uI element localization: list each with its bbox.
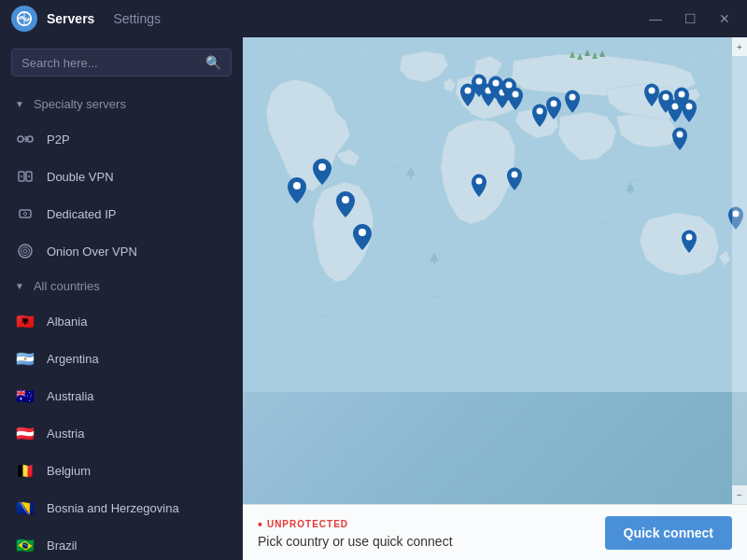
svg-point-40 [570, 94, 576, 101]
search-input[interactable] [21, 56, 205, 70]
p2p-label: P2P [47, 133, 228, 147]
svg-rect-52 [410, 175, 412, 178]
svg-point-37 [513, 91, 519, 98]
australia-label: Australia [47, 389, 228, 403]
search-box[interactable]: 🔍 [11, 49, 232, 77]
title-bar: Servers Settings — ☐ ✕ [0, 0, 747, 37]
scroll-down-button[interactable]: − [732, 485, 747, 504]
argentina-flag: 🇦🇷 [15, 348, 35, 369]
sidebar-item-bosnia[interactable]: 🇧🇦 Bosnia and Herzegovina [0, 489, 243, 526]
all-countries-header[interactable]: ▼ All countries [0, 270, 243, 302]
svg-point-26 [718, 53, 721, 56]
title-bar-nav: Servers Settings [47, 11, 643, 26]
svg-point-46 [677, 132, 684, 138]
dedicated-ip-icon [15, 203, 35, 224]
main-content: 🔍 ▼ Specialty servers P2P [0, 37, 747, 560]
app-window: Servers Settings — ☐ ✕ 🔍 ▼ Specialty ser… [0, 0, 747, 560]
svg-point-31 [465, 88, 472, 94]
sidebar-item-belgium[interactable]: 🇧🇪 Belgium [0, 452, 243, 489]
sidebar-item-p2p[interactable]: P2P [0, 120, 243, 158]
sidebar-item-brazil[interactable]: 🇧🇷 Brazil [0, 526, 243, 560]
albania-label: Albania [47, 315, 228, 329]
albania-flag: 🇦🇱 [15, 311, 35, 331]
belgium-label: Belgium [47, 464, 228, 478]
svg-point-41 [649, 88, 655, 94]
chevron-down-icon: ▼ [15, 99, 24, 109]
svg-point-15 [335, 60, 338, 63]
svg-point-38 [537, 108, 543, 115]
svg-point-49 [512, 172, 518, 178]
svg-point-45 [686, 104, 693, 110]
svg-point-24 [653, 52, 655, 55]
svg-point-11 [23, 249, 27, 253]
p2p-icon [15, 129, 35, 149]
svg-rect-54 [629, 191, 631, 194]
specialty-servers-label: Specialty servers [34, 97, 126, 111]
svg-point-25 [690, 58, 693, 61]
svg-point-10 [21, 247, 30, 256]
connection-status: UNPROTECTED Pick country or use quick co… [258, 517, 605, 549]
scroll-up-button[interactable]: + [732, 37, 747, 56]
bosnia-flag: 🇧🇦 [15, 497, 35, 518]
svg-point-44 [679, 91, 685, 98]
svg-point-14 [298, 50, 301, 53]
window-controls: — ☐ ✕ [643, 9, 736, 28]
status-bar: UNPROTECTED Pick country or use quick co… [243, 504, 747, 560]
svg-point-3 [18, 136, 23, 142]
sidebar-item-albania[interactable]: 🇦🇱 Albania [0, 302, 243, 340]
map-area: UNPROTECTED Pick country or use quick co… [243, 37, 747, 560]
svg-point-34 [493, 80, 500, 87]
world-map-svg [243, 37, 747, 392]
nav-servers[interactable]: Servers [47, 11, 94, 26]
svg-point-30 [359, 229, 366, 236]
argentina-label: Argentina [47, 352, 228, 366]
sidebar-item-argentina[interactable]: 🇦🇷 Argentina [0, 340, 243, 377]
svg-point-22 [578, 50, 581, 53]
sidebar-item-australia[interactable]: 🇦🇺 Australia [0, 377, 243, 414]
svg-point-42 [663, 94, 669, 101]
nav-settings[interactable]: Settings [113, 11, 161, 26]
sidebar-item-austria[interactable]: 🇦🇹 Austria [0, 414, 243, 452]
brazil-flag: 🇧🇷 [15, 535, 35, 555]
svg-point-36 [506, 82, 513, 89]
svg-rect-56 [433, 261, 435, 264]
svg-point-32 [476, 78, 483, 85]
onion-icon [15, 241, 35, 261]
map-scrollbar: + − [732, 37, 747, 504]
svg-point-27 [318, 163, 326, 171]
svg-point-47 [686, 234, 693, 241]
status-message: Pick country or use quick connect [258, 534, 605, 549]
maximize-button[interactable]: ☐ [679, 9, 702, 28]
minimize-button[interactable]: — [643, 9, 668, 28]
svg-point-20 [503, 49, 506, 52]
all-countries-label: All countries [34, 279, 100, 293]
search-icon: 🔍 [205, 55, 221, 70]
sidebar-item-dedicated-ip[interactable]: Dedicated IP [0, 195, 243, 232]
sidebar-item-double-vpn[interactable]: Double VPN [0, 158, 243, 195]
svg-rect-8 [20, 210, 31, 217]
app-logo [11, 6, 37, 32]
belgium-flag: 🇧🇪 [15, 460, 35, 481]
sidebar-item-onion[interactable]: Onion Over VPN [0, 232, 243, 270]
protection-status: UNPROTECTED [258, 517, 605, 532]
svg-point-19 [466, 55, 469, 58]
close-button[interactable]: ✕ [713, 9, 736, 28]
austria-flag: 🇦🇹 [15, 423, 35, 443]
svg-point-13 [270, 55, 273, 58]
svg-point-16 [363, 53, 366, 56]
quick-connect-button[interactable]: Quick connect [605, 516, 732, 550]
svg-point-39 [551, 101, 557, 107]
svg-point-28 [293, 182, 301, 189]
onion-label: Onion Over VPN [47, 245, 228, 259]
svg-point-48 [476, 178, 483, 185]
double-vpn-label: Double VPN [47, 170, 228, 184]
dedicated-ip-label: Dedicated IP [47, 207, 228, 221]
sidebar: 🔍 ▼ Specialty servers P2P [0, 37, 243, 560]
austria-label: Austria [47, 427, 228, 441]
double-vpn-icon [15, 166, 35, 187]
svg-point-29 [342, 196, 349, 203]
svg-point-17 [391, 57, 394, 60]
specialty-servers-header[interactable]: ▼ Specialty servers [0, 88, 243, 120]
brazil-label: Brazil [47, 539, 228, 553]
bosnia-label: Bosnia and Herzegovina [47, 501, 228, 515]
